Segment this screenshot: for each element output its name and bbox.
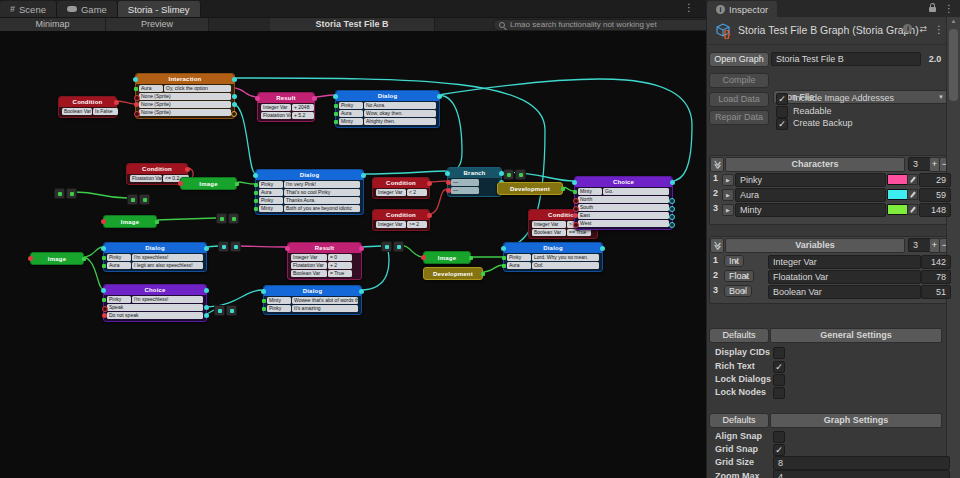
node-field[interactable]: That's so cool Pinky xyxy=(284,189,360,196)
dialog-1-cyan-port[interactable] xyxy=(333,94,338,99)
eyedropper-icon[interactable] xyxy=(907,174,918,185)
edge[interactable] xyxy=(233,88,257,97)
choice-1-greensq-port[interactable] xyxy=(573,190,577,194)
branch-1-red-port[interactable] xyxy=(446,180,451,185)
dialog-5-greensq-port[interactable] xyxy=(502,256,506,260)
node-field[interactable]: I legit am also speechless! xyxy=(132,262,203,269)
character-color-swatch[interactable] xyxy=(887,189,908,200)
variable-name-field[interactable]: Floatation Var xyxy=(768,270,921,284)
branch-1-node[interactable]: Branch—— xyxy=(447,167,502,197)
node-field[interactable]: Aura xyxy=(107,262,131,269)
character-id-field[interactable]: 148 xyxy=(919,203,951,217)
node-field[interactable]: North xyxy=(578,196,669,203)
setting-checkbox[interactable] xyxy=(773,431,785,443)
image-2-node[interactable]: Image xyxy=(103,215,157,228)
node-field[interactable]: Pinky xyxy=(259,181,283,188)
node-field[interactable]: Do not speak xyxy=(107,312,203,319)
node-field[interactable]: — xyxy=(451,187,479,194)
choice-2-cyan-port[interactable] xyxy=(101,288,106,293)
option-checkbox[interactable] xyxy=(776,106,788,118)
dialog-1-cyan-port[interactable] xyxy=(437,94,442,99)
condition-4-node[interactable]: ConditionInteger Var>= 2 xyxy=(372,209,430,231)
choice-2-cyan-port[interactable] xyxy=(204,305,209,310)
image-3-node[interactable]: Image xyxy=(30,252,84,265)
node-field[interactable]: Pinky xyxy=(507,254,531,261)
node-field[interactable]: Aura xyxy=(507,262,531,269)
variable-type-dropdown[interactable]: Bool xyxy=(724,285,752,297)
node-field[interactable]: South xyxy=(578,204,669,211)
presets-icon[interactable]: ⇄ xyxy=(919,24,927,35)
choice-1-redo-port[interactable] xyxy=(573,222,579,228)
choice-1-cyano-port[interactable] xyxy=(669,214,675,220)
node-field[interactable]: Oy, click the option xyxy=(164,85,231,92)
foldout-arrow-icon[interactable]: ▶ xyxy=(722,204,734,216)
setting-checkbox[interactable] xyxy=(773,387,785,399)
node-field[interactable]: Minty xyxy=(339,118,363,125)
choice-1-red-port[interactable] xyxy=(573,213,578,218)
node-field[interactable]: == True xyxy=(567,229,591,236)
dialog-3-cyan-port[interactable] xyxy=(204,246,209,251)
dialog-3-node[interactable]: DialogPinkyI'm speechless!AuraI legit am… xyxy=(103,242,207,272)
choice-2-redo-port[interactable] xyxy=(102,306,108,312)
choice-2-cyan-port[interactable] xyxy=(204,313,209,318)
node-field[interactable]: = True xyxy=(328,270,352,277)
node-field[interactable]: Aura xyxy=(339,110,363,117)
node-field[interactable]: None (Sprite) xyxy=(139,109,231,116)
dialog-3-cyan-port[interactable] xyxy=(101,246,106,251)
edge[interactable] xyxy=(155,218,216,220)
eyedropper-icon[interactable] xyxy=(907,189,918,200)
dialog-4-greensq-port[interactable] xyxy=(262,299,266,303)
node-field[interactable]: — xyxy=(451,179,479,186)
interaction-1-redo-port[interactable] xyxy=(134,111,140,117)
graph-defaults-button[interactable]: Defaults xyxy=(709,413,769,428)
node-field[interactable]: Go. xyxy=(603,188,669,195)
choice-1-cyano-port[interactable] xyxy=(669,222,675,228)
branch-1-red-port[interactable] xyxy=(446,188,451,193)
inspector-scrollbar[interactable]: ▲ xyxy=(946,17,960,478)
condition-1-red-port[interactable] xyxy=(114,100,119,105)
interaction-1-greensq-port[interactable] xyxy=(134,87,138,91)
node-field[interactable]: < 2 xyxy=(407,189,427,196)
dialog-4-cyan-port[interactable] xyxy=(261,289,266,294)
foldout-arrow-icon[interactable]: ▶ xyxy=(722,189,734,201)
node-field[interactable]: It's amazing xyxy=(292,305,358,312)
image-1-red-port[interactable] xyxy=(178,181,183,186)
dialog-5-cyan-port[interactable] xyxy=(501,246,506,251)
help-icon[interactable]: i xyxy=(903,24,912,33)
variable-id-field[interactable]: 142 xyxy=(921,255,951,269)
choice-1-cyan-port[interactable] xyxy=(670,180,675,185)
character-id-field[interactable]: 59 xyxy=(919,188,951,202)
dialog-2-cyan-port[interactable] xyxy=(253,173,258,178)
edge[interactable] xyxy=(429,189,447,214)
edge[interactable] xyxy=(438,95,462,171)
minimap-button[interactable]: Minimap xyxy=(0,18,106,31)
setting-value-field[interactable]: 8 xyxy=(773,456,950,470)
condition-1-node[interactable]: ConditionBoolean VarIs False xyxy=(58,96,117,118)
choice-1-redo-port[interactable] xyxy=(573,198,579,204)
node-field[interactable]: Is False xyxy=(93,108,118,115)
node-field[interactable]: Integer Var xyxy=(532,221,566,228)
foldout-chevrons-icon[interactable]: ≫ xyxy=(710,238,724,253)
reroute-node[interactable] xyxy=(503,169,526,180)
branch-1-cyan-port[interactable] xyxy=(445,171,450,176)
edge[interactable] xyxy=(362,171,447,174)
node-field[interactable]: I'm very Pink! xyxy=(284,181,360,188)
node-field[interactable]: Lord. Why you so mean. xyxy=(532,254,599,261)
foldout-arrow-icon[interactable]: ▶ xyxy=(722,174,734,186)
open-graph-button[interactable]: Open Graph xyxy=(709,52,769,67)
choice-2-node[interactable]: ChoicePinkyI'm speechless!SpeakDo not sp… xyxy=(103,284,207,322)
general-defaults-button[interactable]: Defaults xyxy=(709,328,769,343)
node-field[interactable]: I'm speechless! xyxy=(132,254,203,261)
choice-1-node[interactable]: ChoiceMintyGo.NorthSouthEastWest xyxy=(574,176,673,230)
character-color-swatch[interactable] xyxy=(887,174,908,185)
edge[interactable] xyxy=(438,79,692,181)
branch-1-cyan-port[interactable] xyxy=(499,171,504,176)
result-2-magenta-port[interactable] xyxy=(285,246,290,251)
node-field[interactable]: Integer Var xyxy=(291,254,327,261)
edge[interactable] xyxy=(360,250,389,290)
character-id-field[interactable]: 29 xyxy=(919,173,951,187)
compile-button[interactable]: Compile xyxy=(709,73,769,88)
variable-id-field[interactable]: 51 xyxy=(921,285,951,299)
choice-1-cyano-port[interactable] xyxy=(669,198,675,204)
node-field[interactable]: None (Sprite) xyxy=(139,93,231,100)
